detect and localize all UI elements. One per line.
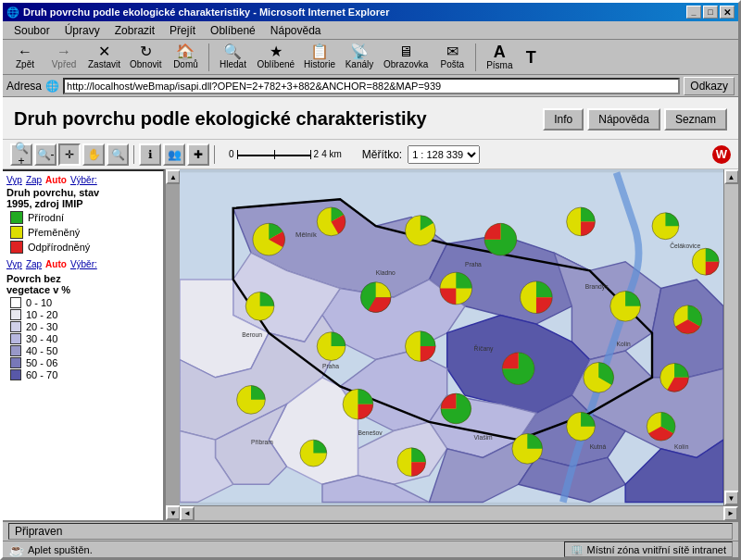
t-button[interactable]: T — [520, 42, 542, 73]
refresh-icon: ↻ — [140, 44, 152, 59]
legend-item-0-10: 0 - 10 — [6, 297, 159, 308]
ie-toolbar: ← Zpět → Vpřed ✕ Zastavit ↻ Obnovit 🏠 Do… — [3, 40, 738, 75]
address-label: Adresa — [6, 80, 42, 93]
legend-item-10-20: 10 - 20 — [6, 309, 159, 320]
map-toolbar: 🔍+ 🔍- ✛ ✋ 🔍 ℹ 👥 ✚ 0 2 4 km — [3, 140, 738, 169]
napoveda-button[interactable]: Nápověda — [587, 108, 660, 131]
legend-section2-toggles: Vyp Zap Auto Výběr: — [6, 259, 159, 269]
screen-icon: 🖥 — [398, 44, 413, 59]
address-input[interactable] — [63, 78, 680, 94]
mail-button[interactable]: ✉ Pošta — [433, 42, 471, 73]
minimize-button[interactable]: _ — [686, 6, 701, 19]
scale-start-label: 0 — [229, 149, 234, 159]
refresh-label: Obnovit — [130, 59, 161, 69]
svg-text:Vlašim: Vlašim — [474, 434, 494, 441]
checkbox-0-10[interactable] — [10, 297, 21, 308]
info-button[interactable]: Info — [543, 108, 584, 131]
legend-item-60-70: 60 - 70 — [6, 369, 159, 380]
auto-toggle-2[interactable]: Auto — [45, 259, 67, 269]
checkbox-50-06[interactable] — [10, 357, 21, 368]
legend-scroll-up[interactable]: ▲ — [166, 169, 181, 184]
legend-section1-title: Druh povrchu, stav1995, zdroj IMIP — [6, 187, 159, 209]
screen-button[interactable]: 🖥 Obrazovka — [380, 42, 432, 73]
checkbox-30-40[interactable] — [10, 333, 21, 344]
favorites-button[interactable]: ★ Oblíbené — [253, 42, 298, 73]
checkbox-40-50[interactable] — [10, 345, 21, 356]
vybyr-toggle-1[interactable]: Výběr: — [70, 175, 97, 185]
hand-button[interactable]: ✋ — [82, 143, 105, 166]
toolbar-separator-2 — [475, 44, 476, 71]
map-svg: Mělník Kladno Praha Brandýs Čelákovice B… — [180, 169, 723, 505]
svg-text:Čelákovice: Čelákovice — [670, 242, 700, 249]
legend-panel: Vyp Zap Auto Výběr: Druh povrchu, stav19… — [3, 169, 165, 520]
refresh-button[interactable]: ↻ Obnovit — [126, 42, 165, 73]
bottom-bar: ☕ Aplet spuštěn. 🏢 Místní zóna vnitřní s… — [3, 541, 738, 557]
map-scroll-up[interactable]: ▲ — [724, 169, 739, 184]
zoom-out-button[interactable]: 🔍- — [34, 143, 57, 166]
checkbox-20-30[interactable] — [10, 321, 21, 332]
svg-text:Říčany: Říčany — [474, 344, 495, 353]
close-button[interactable]: ✕ — [720, 6, 735, 19]
map-hscroll: ◄ ► — [180, 505, 738, 520]
search-button[interactable]: 🔍 Hledat — [214, 42, 251, 73]
search-icon: 🔍 — [223, 44, 242, 59]
map-area[interactable]: Mělník Kladno Praha Brandýs Čelákovice B… — [180, 169, 723, 505]
svg-text:Brandýs: Brandýs — [585, 283, 609, 291]
forward-button[interactable]: → Vpřed — [45, 42, 82, 73]
stop-button[interactable]: ✕ Zastavit — [84, 42, 124, 73]
menu-zobrazit[interactable]: Zobrazit — [107, 22, 162, 39]
ie-icon: 🌐 — [6, 6, 19, 19]
mail-icon: ✉ — [446, 44, 458, 59]
applet-text: Aplet spuštěn. — [28, 544, 93, 555]
vyp-toggle-1[interactable]: Vyp — [6, 175, 22, 185]
maximize-button[interactable]: □ — [703, 6, 718, 19]
history-label: Historie — [304, 59, 335, 69]
zap-toggle-2[interactable]: Zap — [26, 259, 42, 269]
meritko-select[interactable]: 1 : 128 339 1 : 64 000 1 : 32 000 — [408, 145, 480, 164]
map-scroll-down[interactable]: ▼ — [724, 491, 739, 505]
home-button[interactable]: 🏠 Domů — [167, 42, 204, 73]
map-scroll-left[interactable]: ◄ — [180, 506, 195, 521]
t-icon: T — [526, 49, 536, 66]
legend-scroll-down[interactable]: ▼ — [166, 505, 181, 520]
menu-upravy[interactable]: Úpravy — [57, 22, 107, 39]
legend-scroll-track[interactable] — [166, 184, 180, 505]
font-icon: A — [494, 44, 506, 60]
svg-text:Praha: Praha — [322, 363, 339, 369]
legend-vscroll: ▲ ▼ — [165, 169, 180, 520]
legend-item-prirodni: Přírodní — [6, 211, 159, 224]
history-button[interactable]: 📋 Historie — [300, 42, 339, 73]
zap-toggle-1[interactable]: Zap — [26, 175, 42, 185]
seznam-button[interactable]: Seznam — [664, 108, 727, 131]
info-map-button[interactable]: ℹ — [139, 143, 161, 166]
status-bar: Připraven — [3, 520, 738, 541]
svg-text:Praha: Praha — [465, 261, 482, 268]
search-map-button[interactable]: 🔍 — [107, 143, 129, 166]
auto-toggle-1[interactable]: Auto — [45, 175, 67, 185]
pan-button[interactable]: ✛ — [58, 143, 81, 166]
map-scroll-right[interactable]: ► — [723, 506, 738, 521]
users-map-button[interactable]: 👥 — [163, 143, 185, 166]
toolbar-separator-1 — [208, 44, 209, 71]
scale-mid-label: 2 — [314, 149, 320, 159]
vybyr-toggle-2[interactable]: Výběr: — [70, 259, 97, 269]
links-button[interactable]: Odkazy — [684, 77, 735, 95]
label-10-20: 10 - 20 — [26, 309, 57, 320]
menu-napoveda[interactable]: Nápověda — [263, 22, 329, 39]
checkbox-60-70[interactable] — [10, 369, 21, 380]
add-map-button[interactable]: ✚ — [187, 143, 209, 166]
menu-soubor[interactable]: Soubor — [6, 22, 57, 39]
legend-item-odprirodeny: Odpřírodněný — [6, 241, 159, 254]
back-button[interactable]: ← Zpět — [6, 42, 44, 73]
vyp-toggle-2[interactable]: Vyp — [6, 259, 22, 269]
font-button[interactable]: A Písma — [481, 42, 518, 73]
checkbox-10-20[interactable] — [10, 309, 21, 320]
menu-oblibene[interactable]: Oblíbené — [203, 22, 263, 39]
channels-button[interactable]: 📡 Kanály — [341, 42, 378, 73]
menu-prejit[interactable]: Přejít — [162, 22, 203, 39]
content-row: Vyp Zap Auto Výběr: Druh povrchu, stav19… — [3, 169, 738, 520]
map-vscroll: ▲ ▼ — [723, 169, 738, 505]
zoom-in-button[interactable]: 🔍+ — [10, 143, 32, 166]
zone-text: Místní zóna vnitřní sítě intranet — [587, 544, 726, 555]
color-odprirodeny — [10, 241, 23, 254]
